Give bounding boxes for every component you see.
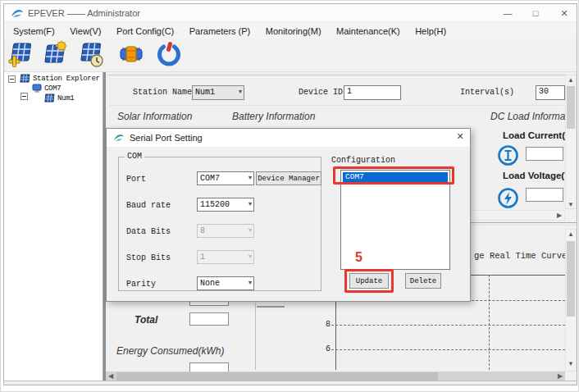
dialog-close-icon[interactable]: ✕ [452, 131, 468, 144]
chevron-down-icon: ▾ [239, 88, 242, 95]
menu-maintenance[interactable]: Maintenance(K) [331, 24, 406, 38]
y-tick-6: 6 [314, 344, 331, 353]
menu-bar: System(F) View(V) Port Config(C) Paramet… [4, 23, 577, 39]
stop-bits-select: 1 ▾ [197, 250, 254, 264]
configuration-label: Configuration [331, 156, 395, 165]
top-vscroll-thumb[interactable] [567, 86, 575, 129]
power-icon[interactable] [155, 40, 185, 70]
scroll-up-icon[interactable]: ▲ [565, 230, 577, 239]
scroll-up-icon[interactable]: ▲ [565, 75, 577, 85]
chevron-down-icon: ▾ [248, 253, 252, 260]
device-node-icon [44, 93, 55, 103]
com-port-icon [32, 84, 42, 93]
gridline-8 [331, 325, 565, 326]
toolbar [4, 39, 577, 72]
chevron-down-icon: ▾ [248, 174, 252, 181]
menu-parameters[interactable]: Parameters (P) [184, 24, 257, 38]
voltage-icon [497, 187, 519, 209]
gridline-6 [331, 349, 565, 350]
port-select[interactable]: COM7 ▾ [197, 171, 254, 185]
legend-line [257, 306, 285, 308]
minimize-button[interactable]: — [495, 6, 520, 21]
station-name-value: Num1 [195, 88, 215, 97]
station-time-icon[interactable] [77, 40, 107, 70]
baud-rate-select[interactable]: 115200 ▾ [197, 198, 254, 212]
station-name-select[interactable]: Num1 ▾ [192, 85, 244, 100]
device-id-field[interactable]: 1 [344, 85, 401, 100]
load-voltage-label: Load Voltage(V [503, 171, 565, 180]
device-manager-button[interactable]: Device Manager [256, 171, 321, 185]
app-logo-icon [11, 8, 24, 19]
dialog-title: Serial Port Setting [130, 133, 203, 143]
delete-button[interactable]: Delete [405, 273, 441, 289]
load-current-value-box [526, 147, 563, 161]
battery-information-header: Battery Information [232, 111, 315, 122]
solar-station-icon [20, 74, 30, 83]
current-icon [497, 144, 519, 166]
tree-expander-com7[interactable] [21, 93, 28, 100]
dc-load-information-header: DC Load Information [490, 111, 565, 122]
station-settings-icon[interactable] [41, 40, 71, 70]
menu-monitoring[interactable]: Monitoring(M) [260, 24, 327, 38]
chevron-down-icon: ▾ [248, 226, 252, 234]
parity-label: Parity [126, 280, 156, 289]
interval-field[interactable]: 30 [536, 85, 565, 100]
stop-bits-label: Stop Bits [126, 253, 171, 262]
tree-item-num1[interactable]: Num1 [57, 94, 74, 103]
lower-hscroll-thumb[interactable] [116, 372, 438, 381]
gridline-x [489, 275, 490, 370]
serial-port-setting-dialog: Serial Port Setting ✕ COM Port COM7 ▾ De… [106, 128, 471, 302]
close-button[interactable]: ✕ [552, 6, 577, 21]
tree-item-com7[interactable]: COM7 [44, 84, 61, 93]
annotation-rect-config-item [333, 166, 454, 185]
total-label: Total [134, 314, 157, 326]
add-station-icon[interactable] [6, 40, 35, 70]
parity-select[interactable]: None ▾ [197, 276, 254, 290]
row-separator [109, 105, 563, 106]
total-value-box [189, 312, 229, 326]
station-name-label: Station Name [133, 88, 192, 97]
menu-view[interactable]: View(V) [64, 24, 107, 38]
maximize-button[interactable]: □ [523, 6, 548, 21]
menu-help[interactable]: Help(H) [409, 24, 452, 38]
load-current-label: Load Current(A [503, 130, 565, 140]
interval-label: Interval(s) [460, 88, 514, 97]
station-explorer-panel [4, 72, 103, 381]
data-bits-label: Data Bits [126, 227, 171, 236]
chevron-down-icon: ▾ [248, 279, 252, 286]
chevron-down-icon: ▾ [248, 200, 252, 207]
menu-system[interactable]: System(F) [7, 24, 61, 38]
annotation-rect-update-button [344, 269, 394, 293]
energy-consumed-header: Energy Consumed(kWh) [116, 345, 224, 357]
baud-rate-label: Baud rate [126, 201, 171, 210]
controller-device-icon[interactable] [117, 40, 147, 70]
screenshot-root: EPEVER —— Administrator — □ ✕ System(F) … [0, 0, 579, 392]
y-tick-8: 8 [314, 320, 331, 329]
tree-item-station-explorer[interactable]: Station Explorer [33, 75, 100, 83]
dialog-logo-icon [113, 133, 125, 143]
device-id-label: Device ID [299, 88, 343, 97]
window-bottom-border [4, 381, 577, 381]
com-group-label: COM [125, 152, 144, 161]
port-label: Port [126, 175, 146, 184]
lower-vscroll-thumb[interactable] [567, 241, 575, 317]
data-bits-select: 8 ▾ [197, 224, 254, 238]
menu-port-config[interactable]: Port Config(C) [111, 24, 180, 38]
annotation-step-number: 5 [355, 250, 362, 265]
scroll-right-icon[interactable]: ▶ [554, 211, 565, 221]
scroll-down-icon[interactable]: ▼ [565, 359, 577, 369]
section-divider-line [255, 303, 256, 370]
top-panel-border [107, 75, 565, 75]
chart-title: ge Real Time Curve [474, 251, 565, 261]
scroll-down-icon[interactable]: ▼ [565, 200, 577, 210]
tree-expander-root[interactable] [8, 75, 16, 83]
solar-information-header: Solar Information [117, 111, 192, 122]
window-title: EPEVER —— Administrator [28, 8, 140, 18]
load-voltage-value-box [526, 188, 563, 202]
